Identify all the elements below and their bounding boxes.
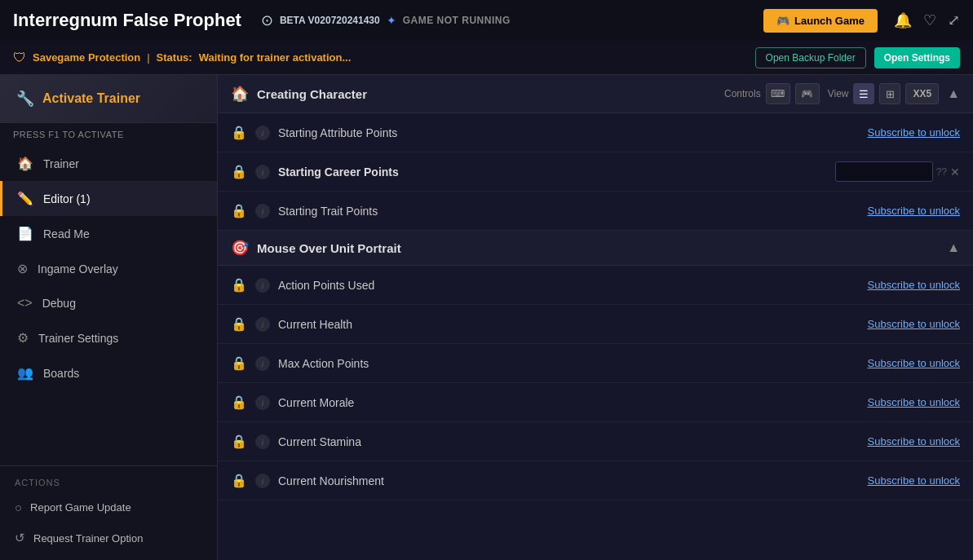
version-badge: BETA V020720241430 [280, 15, 380, 26]
grid-view-button[interactable]: ⊞ [879, 83, 900, 104]
editor-nav-label: Editor (1) [43, 192, 91, 205]
sidebar-item-overlay[interactable]: ⊗ Ingame Overlay [0, 251, 217, 286]
press-hint: PRESS F1 TO ACTIVATE [0, 123, 217, 146]
home-icon: 🏠 [17, 156, 33, 171]
dot-spinner: ✦ [387, 14, 396, 27]
notifications-button[interactable]: 🔔 [894, 11, 912, 29]
shield-icon: 🛡 [13, 51, 26, 65]
lock-icon-apu: 🔒 [231, 277, 247, 293]
activate-trainer-label: Activate Trainer [42, 91, 140, 106]
sidebar-item-trainer[interactable]: 🏠 Trainer [0, 146, 217, 181]
lock-icon-map: 🔒 [231, 355, 247, 371]
actions-section: ACTIONS ○ Report Game Update ↺ Request T… [0, 465, 217, 560]
header-center: ⊙ BETA V020720241430 ✦ GAME NOT RUNNING [261, 11, 754, 29]
layers-icon: ⊗ [17, 261, 28, 276]
sidebar-item-debug[interactable]: <> Debug [0, 286, 217, 320]
open-settings-button[interactable]: Open Settings [874, 47, 960, 68]
collapse-section-button[interactable]: ▲ [947, 86, 960, 101]
info-icon-apu[interactable]: i [255, 278, 270, 293]
info-icon-health[interactable]: i [255, 317, 270, 332]
status-key: Status: [157, 51, 192, 64]
starting-attribute-points-row: 🔒 i Starting Attribute Points Subscribe … [218, 113, 973, 152]
wrench-icon: 🔧 [16, 90, 34, 108]
current-nourishment-label: Current Nourishment [278, 474, 860, 487]
favorites-button[interactable]: ♡ [923, 11, 936, 29]
request-trainer-option-item[interactable]: ↺ Request Trainer Option [0, 523, 217, 553]
gear-icon: ⚙ [17, 330, 29, 346]
career-points-input-wrapper: ?? ✕ [835, 161, 960, 182]
starting-career-points-label: Starting Career Points [278, 165, 827, 179]
status-value: Waiting for trainer activation... [199, 51, 352, 64]
info-icon-career[interactable]: i [255, 165, 270, 179]
keyboard-controls-button[interactable]: ⌨ [766, 83, 790, 104]
request-label: Request Trainer Option [33, 532, 143, 545]
main-layout: 🔧 Activate Trainer PRESS F1 TO ACTIVATE … [0, 75, 973, 560]
sidebar-item-trainer-settings[interactable]: ⚙ Trainer Settings [0, 320, 217, 355]
info-icon-nourishment[interactable]: i [255, 474, 270, 488]
code-icon: <> [17, 296, 33, 311]
trainer-nav-label: Trainer [43, 157, 79, 170]
sidebar-item-readme[interactable]: 📄 Read Me [0, 216, 217, 251]
header-icons: 🔔 ♡ ⤢ [894, 11, 960, 29]
subscribe-to-unlock-morale[interactable]: Subscribe to unlock [868, 396, 960, 408]
subscribe-to-unlock-apu[interactable]: Subscribe to unlock [868, 279, 960, 291]
lock-icon-nourishment: 🔒 [231, 473, 247, 488]
current-morale-label: Current Morale [278, 396, 860, 409]
size-button[interactable]: XX5 [905, 83, 939, 104]
expand-button[interactable]: ⤢ [948, 11, 960, 29]
starting-trait-points-label: Starting Trait Points [278, 205, 860, 218]
subscribe-to-unlock-nourishment[interactable]: Subscribe to unlock [868, 474, 960, 487]
launch-game-button[interactable]: 🎮 Launch Game [763, 9, 878, 33]
subscribe-to-unlock-map[interactable]: Subscribe to unlock [868, 357, 960, 369]
action-points-used-row: 🔒 i Action Points Used Subscribe to unlo… [218, 266, 973, 305]
mouse-over-unit-title: Mouse Over Unit Portrait [257, 241, 935, 255]
steam-icon: ⊙ [261, 11, 273, 29]
content-area: 🏠 Creating Character Controls ⌨ 🎮 View ☰… [218, 75, 973, 560]
lock-icon-morale: 🔒 [231, 395, 247, 410]
launch-label: Launch Game [794, 15, 865, 27]
sidebar: 🔧 Activate Trainer PRESS F1 TO ACTIVATE … [0, 75, 218, 560]
document-icon: 📄 [17, 226, 33, 241]
people-icon: 👥 [17, 365, 33, 381]
career-points-input[interactable] [835, 161, 933, 182]
status-bar: 🛡 Savegame Protection | Status: Waiting … [0, 41, 973, 75]
info-icon-trait[interactable]: i [255, 204, 270, 218]
activate-trainer-button[interactable]: 🔧 Activate Trainer [0, 75, 217, 123]
collapse-mouse-over-button[interactable]: ▲ [947, 240, 960, 255]
info-icon-stamina[interactable]: i [255, 434, 270, 449]
report-icon: ○ [15, 500, 22, 514]
report-game-update-item[interactable]: ○ Report Game Update [0, 492, 217, 523]
subscribe-to-unlock-trait[interactable]: Subscribe to unlock [868, 205, 960, 217]
creating-character-title: Creating Character [257, 87, 716, 101]
gamepad-controls-button[interactable]: 🎮 [795, 83, 820, 104]
status-actions: Open Backup Folder Open Settings [755, 47, 960, 68]
info-icon-map[interactable]: i [255, 356, 270, 371]
controls-label: Controls [724, 88, 761, 99]
info-icon-morale[interactable]: i [255, 395, 270, 410]
gamepad-icon: 🎮 [776, 15, 789, 27]
lock-icon-health: 🔒 [231, 316, 247, 332]
info-icon[interactable]: i [255, 126, 270, 140]
current-nourishment-row: 🔒 i Current Nourishment Subscribe to unl… [218, 461, 973, 500]
max-action-points-label: Max Action Points [278, 357, 860, 370]
current-health-row: 🔒 i Current Health Subscribe to unlock [218, 305, 973, 344]
nav-section: 🏠 Trainer ✏️ Editor (1) 📄 Read Me ⊗ Inga… [0, 146, 217, 465]
header: Interregnum False Prophet ⊙ BETA V020720… [0, 0, 973, 41]
mouse-over-unit-section-header: 🎯 Mouse Over Unit Portrait ▲ [218, 231, 973, 266]
subscribe-to-unlock-stamina[interactable]: Subscribe to unlock [868, 435, 960, 448]
status-separator: | [147, 51, 149, 64]
subscribe-to-unlock-health[interactable]: Subscribe to unlock [868, 318, 960, 330]
overlay-nav-label: Ingame Overlay [38, 262, 118, 276]
savegame-label: Savegame Protection [33, 51, 140, 64]
sidebar-item-boards[interactable]: 👥 Boards [0, 355, 217, 390]
career-points-clear-button[interactable]: ✕ [950, 165, 960, 179]
current-stamina-row: 🔒 i Current Stamina Subscribe to unlock [218, 422, 973, 461]
starting-attribute-points-label: Starting Attribute Points [278, 126, 860, 139]
list-view-button[interactable]: ☰ [853, 83, 874, 104]
subscribe-to-unlock-starting-attr[interactable]: Subscribe to unlock [868, 126, 960, 139]
open-backup-folder-button[interactable]: Open Backup Folder [755, 47, 866, 68]
readme-nav-label: Read Me [43, 227, 90, 240]
sidebar-item-editor[interactable]: ✏️ Editor (1) [0, 181, 217, 216]
view-label: View [828, 88, 849, 99]
lock-icon: 🔒 [231, 125, 247, 140]
